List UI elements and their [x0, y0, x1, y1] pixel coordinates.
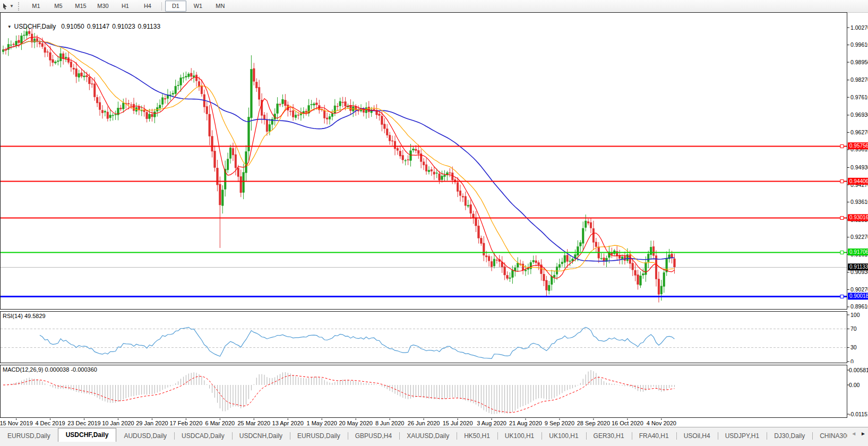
svg-text:0.98270: 0.98270	[850, 76, 868, 83]
timeframe-button-d1[interactable]: D1	[165, 1, 186, 12]
tab-audusd-daily[interactable]: AUDUSD,Daily	[116, 430, 174, 442]
tab-fra40-h1[interactable]: FRA40,H1	[632, 430, 676, 442]
date-tick-label: 23 Dec 2019	[67, 420, 100, 426]
tab-usdjpy-h1[interactable]: USDJPY,H1	[718, 430, 767, 442]
cursor-tool-button[interactable]: ▼	[0, 0, 16, 12]
tab-uk100-h1[interactable]: UK100,H1	[542, 430, 586, 442]
timeframe-button-w1[interactable]: W1	[187, 1, 209, 12]
svg-text:0.005818: 0.005818	[849, 367, 868, 373]
tab-usoil-h4[interactable]: USOil,H4	[676, 430, 718, 442]
date-tick-label: 21 Aug 2020	[509, 420, 542, 426]
tab-dj30-daily[interactable]: DJ30,Daily	[767, 430, 812, 442]
tab-xauusd-daily[interactable]: XAUUSD,Daily	[399, 430, 457, 442]
ohlc-high: 0.91147	[87, 23, 110, 30]
tab-eurusd-daily[interactable]: EURUSD,Daily	[290, 430, 348, 442]
svg-text:0.90018: 0.90018	[849, 293, 868, 299]
svg-text:100: 100	[850, 312, 860, 318]
date-tick-label: 9 Sep 2020	[545, 420, 574, 426]
svg-text:0.96270: 0.96270	[850, 129, 868, 135]
date-tick-label: 13 Apr 2020	[272, 420, 304, 426]
date-tick-label: 10 Jan 2020	[102, 420, 134, 426]
timeframe-button-m15[interactable]: M15	[70, 1, 91, 12]
svg-text:30: 30	[850, 344, 857, 350]
tab-hk50-h1[interactable]: HK50,H1	[457, 430, 497, 442]
date-axis[interactable]: 15 Nov 20194 Dec 201923 Dec 201910 Jan 2…	[0, 418, 868, 427]
macd-indicator-panel[interactable]: 0.0058180.00-0.01151	[0, 365, 868, 418]
tab-usdcnh-daily[interactable]: USDCNH,Daily	[232, 430, 290, 442]
timeframe-button-h1[interactable]: H1	[115, 1, 136, 12]
chart-toolbar: ▼ M1M5M15M30H1H4D1W1MN	[0, 0, 868, 13]
ohlc-open: 0.91050	[61, 23, 84, 30]
tab-china300-h1[interactable]: CHINA300,H1	[812, 430, 847, 442]
main-chart-canvas[interactable]: 1.002700.996100.989500.982700.976100.969…	[0, 12, 868, 310]
toolbar-separator	[161, 2, 162, 11]
svg-text:0.91706: 0.91706	[849, 249, 868, 255]
chart-title: ▼USDCHF,Daily0.910500.911470.910230.9113…	[4, 15, 163, 30]
date-tick-label: 15 Nov 2019	[0, 420, 33, 426]
timeframe-button-m1[interactable]: M1	[25, 1, 47, 12]
timeframe-button-m30[interactable]: M30	[92, 1, 114, 12]
svg-text:0.94406: 0.94406	[849, 178, 868, 184]
timeframe-button-m5[interactable]: M5	[48, 1, 69, 12]
rsi-indicator-panel[interactable]: 10070300	[0, 311, 868, 363]
svg-text:0.92270: 0.92270	[850, 234, 868, 240]
cursor-tool-caret-icon[interactable]: ▼	[10, 4, 14, 8]
date-axis-canvas: 15 Nov 20194 Dec 201923 Dec 201910 Jan 2…	[0, 418, 868, 427]
tab-usdchf-daily[interactable]: USDCHF,Daily	[58, 428, 117, 442]
hline-price-tag: 0.91706	[848, 248, 868, 255]
date-tick-label: 3 Aug 2020	[477, 420, 506, 426]
svg-text:0.94930: 0.94930	[850, 164, 868, 170]
hline-price-tag: 0.93016	[848, 214, 868, 221]
ohlc-low: 0.91023	[112, 23, 135, 30]
svg-text:0.90270: 0.90270	[850, 286, 868, 293]
date-tick-label: 16 Oct 2020	[612, 420, 643, 426]
rsi-indicator-label: RSI(14) 49.5829	[3, 313, 46, 319]
svg-text:0.95756: 0.95756	[849, 143, 868, 149]
rsi-canvas[interactable]: 10070300	[0, 311, 868, 363]
tab-uk100-h1[interactable]: UK100,H1	[497, 430, 542, 442]
tab-scroll-left-icon[interactable]: ◄	[851, 431, 856, 436]
svg-text:0.96930: 0.96930	[850, 112, 868, 118]
svg-text:0.00: 0.00	[849, 382, 860, 388]
toolbar-grip	[18, 2, 22, 11]
hline-price-tag: 0.94406	[848, 178, 868, 185]
tab-scroll-right-icon[interactable]: ►	[861, 431, 866, 436]
date-tick-label: 1 May 2020	[306, 420, 337, 426]
tab-ger30-h1[interactable]: GER30,H1	[586, 430, 632, 442]
svg-text:1.00270: 1.00270	[850, 24, 868, 31]
date-tick-label: 4 Nov 2020	[647, 420, 676, 426]
macd-canvas[interactable]: 0.0058180.00-0.01151	[0, 365, 868, 418]
date-tick-label: 8 Jun 2020	[375, 420, 404, 426]
tab-gbpusd-h4[interactable]: GBPUSD,H4	[348, 430, 399, 442]
date-tick-label: 15 Jul 2020	[443, 420, 473, 426]
ohlc-close: 0.91133	[138, 23, 161, 30]
rsi-axis[interactable]: 10070300	[847, 312, 860, 364]
svg-text:0.93016: 0.93016	[849, 215, 868, 220]
svg-text:0.93610: 0.93610	[850, 199, 868, 205]
date-tick-label: 20 May 2020	[339, 420, 373, 426]
tab-usdcad-daily[interactable]: USDCAD,Daily	[174, 430, 232, 442]
svg-text:70: 70	[850, 325, 857, 332]
chart-symbol-label: USDCHF,Daily	[14, 23, 56, 30]
macd-axis[interactable]: 0.0058180.00-0.01151	[847, 367, 868, 417]
cursor-tool-icon	[2, 3, 8, 10]
chart-title-dropdown-icon[interactable]: ▼	[7, 24, 12, 29]
svg-text:0.91133: 0.91133	[849, 264, 868, 270]
svg-text:0.97610: 0.97610	[850, 94, 868, 100]
svg-text:-0.01151: -0.01151	[849, 411, 868, 417]
main-chart-panel[interactable]: 1.002700.996100.989500.982700.976100.969…	[0, 12, 868, 310]
svg-text:0.89610: 0.89610	[850, 303, 868, 310]
date-tick-label: 4 Dec 2019	[35, 420, 65, 426]
date-tick-label: 26 Jun 2020	[408, 420, 440, 426]
svg-text:0: 0	[850, 358, 854, 364]
svg-text:0.98950: 0.98950	[850, 59, 868, 65]
date-tick-label: 6 Mar 2020	[205, 420, 235, 426]
tab-eurusd-daily[interactable]: EURUSD,Daily	[0, 430, 58, 442]
timeframe-button-h4[interactable]: H4	[137, 1, 158, 12]
chart-tab-bar: EURUSD,DailyUSDCHF,DailyAUDUSD,DailyUSDC…	[0, 427, 868, 446]
svg-text:0.99610: 0.99610	[850, 41, 868, 48]
timeframe-button-mn[interactable]: MN	[210, 1, 231, 12]
hline-price-tag: 0.90018	[848, 293, 868, 299]
date-tick-label: 29 Jan 2020	[136, 420, 168, 426]
date-tick-label: 17 Feb 2020	[170, 420, 203, 426]
